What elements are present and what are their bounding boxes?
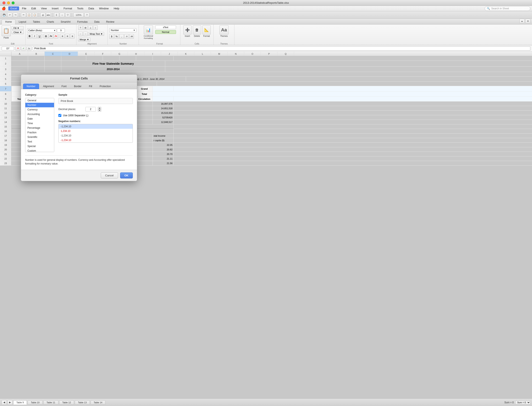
menu-tools[interactable]: Tools — [75, 7, 85, 10]
menu-window[interactable]: Window — [97, 7, 111, 10]
themes-button[interactable]: Aa Themes — [220, 25, 229, 37]
dialog-tab-protection[interactable]: Protection — [96, 84, 114, 89]
align-right-button[interactable]: ≡ — [70, 34, 75, 38]
menu-help[interactable]: Help — [112, 7, 121, 10]
align-middle-button[interactable]: ⊟ — [83, 25, 88, 30]
neg-option-1[interactable]: -1,234.10 — [59, 124, 133, 129]
row-num[interactable]: 3 — [0, 66, 11, 72]
ribbon-options-button[interactable]: ⚙ — [525, 19, 530, 23]
tab-formulas[interactable]: Formulas — [74, 20, 91, 24]
cell-f1[interactable] — [103, 56, 120, 60]
col-header-f[interactable]: F — [95, 51, 111, 56]
cell-a1[interactable] — [11, 56, 28, 60]
indent-more-button[interactable]: → — [83, 32, 88, 36]
row-num[interactable]: 23 — [0, 161, 11, 165]
sheet-tab-14[interactable]: Table 14 — [91, 400, 106, 405]
redo-button[interactable]: ↪ — [13, 13, 18, 17]
indent-less-button[interactable]: ← — [78, 32, 83, 36]
category-scientific[interactable]: Scientific — [25, 135, 54, 139]
paste-button[interactable]: 📋 — [2, 25, 11, 36]
sheet-tab-9[interactable]: Table 9 — [13, 400, 27, 405]
col-header-c[interactable]: C — [45, 51, 61, 56]
row-num[interactable]: 2 — [0, 61, 11, 66]
maximize-button[interactable] — [12, 1, 14, 4]
percent-button[interactable]: % — [114, 34, 119, 39]
menu-view[interactable]: View — [39, 7, 49, 10]
increase-decimal-button[interactable]: .00 — [129, 34, 134, 39]
col-header-q[interactable]: Q — [277, 51, 294, 56]
sum-button[interactable]: Σ — [54, 13, 59, 17]
dialog-tab-font[interactable]: Font — [58, 84, 70, 89]
search-in-sheet[interactable]: 🔍 Search in Sheet — [485, 6, 530, 11]
sheet-tab-13[interactable]: Table 13 — [75, 400, 90, 405]
bold-button[interactable]: B — [27, 34, 32, 38]
insert-cells-button[interactable]: ➕ Insert — [183, 25, 192, 37]
col-header-j[interactable]: J — [161, 51, 178, 56]
close-button[interactable] — [2, 1, 5, 4]
cell-b1[interactable] — [28, 56, 45, 60]
tab-home[interactable]: Home — [2, 19, 15, 24]
conditional-formatting-button[interactable]: 📊 Conditional Formatting — [143, 25, 154, 40]
font-name-selector[interactable]: Calibri (Body) ▾ — [27, 29, 56, 32]
cell-e1[interactable] — [86, 56, 103, 60]
neg-option-3[interactable]: -1,234.10 — [59, 133, 133, 138]
row-num[interactable]: 15 — [0, 124, 11, 129]
neg-option-2[interactable]: 1,234.10 — [59, 129, 133, 133]
comma-button[interactable]: , — [119, 34, 124, 39]
ribbon-collapse-button[interactable]: ▲ — [519, 19, 525, 23]
category-general[interactable]: General — [25, 98, 54, 103]
menu-insert[interactable]: Insert — [50, 7, 61, 10]
menu-file[interactable]: File — [20, 7, 28, 10]
dialog-tab-alignment[interactable]: Alignment — [40, 84, 57, 89]
row-num[interactable]: 12 — [0, 111, 11, 115]
cell-i1[interactable] — [153, 56, 174, 60]
row-num[interactable]: 20 — [0, 147, 11, 152]
ok-button[interactable]: OK — [120, 172, 133, 178]
col-header-d[interactable]: D — [61, 51, 78, 56]
decimal-decrement[interactable]: ▼ — [98, 109, 101, 111]
row-num[interactable]: 6 — [0, 81, 11, 86]
sheet-tab-10[interactable]: Table 10 — [28, 400, 43, 405]
dialog-tab-number[interactable]: Number — [23, 84, 39, 89]
col-header-o[interactable]: O — [244, 51, 261, 56]
tab-data[interactable]: Data — [91, 20, 103, 24]
row-num[interactable]: 18 — [0, 138, 11, 143]
col-header-h[interactable]: H — [128, 51, 144, 56]
col-header-b[interactable]: B — [28, 51, 45, 56]
decrease-decimal-button[interactable]: .0 — [124, 34, 129, 39]
align-bottom-button[interactable]: ⊥ — [88, 25, 93, 30]
insert-function-button[interactable]: fx — [27, 46, 32, 51]
menu-format[interactable]: Format — [62, 7, 74, 10]
cut-button[interactable]: ✂ — [21, 13, 26, 17]
zoom-field[interactable]: 125% — [73, 13, 84, 17]
row-num[interactable]: 11 — [0, 106, 11, 110]
category-fraction[interactable]: Fraction — [25, 130, 54, 135]
italic-button[interactable]: I — [32, 34, 37, 38]
cell-reference[interactable]: D7 — [2, 47, 14, 50]
col-header-i[interactable]: I — [144, 51, 161, 56]
tab-tables[interactable]: Tables — [29, 20, 43, 24]
highlight-button[interactable]: A▾ — [49, 34, 53, 38]
category-date[interactable]: Date — [25, 116, 54, 121]
row-num[interactable]: 5 — [0, 77, 11, 81]
spell-button[interactable]: abc — [46, 13, 51, 17]
tab-review[interactable]: Review — [103, 20, 118, 24]
number-format-selector[interactable]: Number ▾ — [109, 28, 136, 32]
clear-button[interactable]: Clear ▼ — [12, 30, 24, 34]
filter-button[interactable]: ▽ — [65, 13, 70, 17]
copy-button[interactable]: 📋 — [27, 13, 32, 17]
category-special[interactable]: Special — [25, 144, 54, 149]
category-text[interactable]: Text — [25, 139, 54, 144]
text-direction-button[interactable]: ↕ — [93, 25, 98, 30]
category-custom[interactable]: Custom — [25, 149, 54, 152]
tab-layout[interactable]: Layout — [15, 20, 29, 24]
menu-data[interactable]: Data — [86, 7, 96, 10]
align-top-button[interactable]: ⊤ — [78, 25, 83, 30]
font-color-button[interactable]: A▾ — [54, 34, 58, 38]
dialog-tab-border[interactable]: Border — [71, 84, 85, 89]
menu-edit[interactable]: Edit — [29, 7, 38, 10]
row-num[interactable]: 10 — [0, 102, 11, 106]
col-header-l[interactable]: L — [194, 51, 211, 56]
decimal-increment[interactable]: ▲ — [98, 107, 101, 109]
row-num[interactable]: 22 — [0, 156, 11, 161]
